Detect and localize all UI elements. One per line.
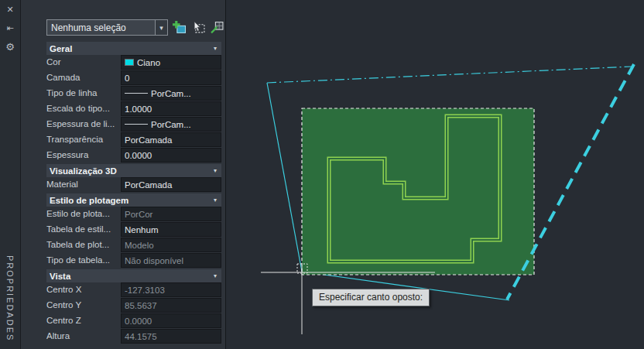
property-row[interactable]: Camada0: [46, 70, 221, 85]
boundary-top-line[interactable]: [267, 67, 632, 83]
property-value: PorCor: [121, 207, 221, 221]
drawing-svg: [226, 0, 644, 349]
color-swatch: [125, 59, 134, 66]
autocad-window: ✕ ⇤ ⚙ PROPRIEDADES Nenhuma seleção ▾: [0, 0, 644, 349]
property-value-text: Ciano: [137, 58, 160, 67]
property-value[interactable]: PorCamada: [121, 177, 221, 192]
selection-dropdown[interactable]: Nenhuma seleção ▾: [46, 19, 168, 36]
section-header[interactable]: Estilo de plotagem▾: [46, 193, 221, 207]
property-row[interactable]: Tipo de tabela...Não disponível: [46, 253, 221, 268]
selection-dropdown-value: Nenhuma seleção: [47, 22, 155, 33]
section-title: Visualização 3D: [50, 166, 117, 176]
property-value: -127.3103: [121, 282, 221, 297]
autohide-icon[interactable]: ⇤: [4, 22, 17, 35]
property-row[interactable]: Altura44.1575: [46, 329, 221, 344]
property-value: Não disponível: [121, 253, 221, 268]
property-value[interactable]: 0.0000: [121, 148, 221, 163]
property-value: 44.1575: [121, 329, 221, 344]
property-value[interactable]: Ciano: [121, 55, 221, 70]
property-label: Tipo de linha: [46, 86, 121, 101]
property-value-text: 1.0000: [125, 104, 152, 114]
property-value-text: PorCamada: [125, 135, 172, 145]
property-value[interactable]: Nenhum: [121, 222, 221, 237]
linetype-preview-icon: [125, 124, 148, 125]
palette-toolbar: Nenhuma seleção ▾: [21, 19, 225, 36]
toggle-pickadd-button[interactable]: [210, 20, 225, 36]
property-row[interactable]: Espessura de li...PorCam...: [46, 117, 221, 132]
property-value[interactable]: PorCam...: [121, 117, 221, 132]
property-value-text: Não disponível: [125, 256, 183, 265]
property-value-text: 0.0000: [125, 316, 152, 326]
linetype-preview-icon: [125, 93, 148, 94]
quick-select-icon: [173, 21, 186, 34]
command-prompt-tooltip: Especificar canto oposto:: [312, 289, 430, 306]
property-value-text: 44.1575: [125, 332, 157, 341]
section-header[interactable]: Visualização 3D▾: [46, 164, 221, 177]
close-icon[interactable]: ✕: [4, 3, 17, 16]
section-collapse-chevron-icon[interactable]: ▾: [214, 272, 217, 279]
property-row[interactable]: Tabela de plot...Modelo: [46, 238, 221, 252]
property-label: Tabela de plot...: [46, 238, 121, 252]
quick-select-sheet: [177, 26, 186, 33]
property-label: Espessura de li...: [46, 117, 121, 132]
property-value-text: PorCor: [125, 210, 152, 219]
property-label: Tabela de estil...: [46, 222, 121, 237]
property-row[interactable]: CorCiano: [46, 55, 221, 70]
section-collapse-chevron-icon[interactable]: ▾: [214, 45, 217, 52]
property-value: 85.5637: [121, 298, 221, 313]
property-row[interactable]: MaterialPorCamada: [46, 177, 221, 192]
property-label: Material: [46, 177, 121, 192]
section-title: Vista: [50, 272, 70, 281]
drawing-area[interactable]: Especificar canto oposto:: [226, 0, 644, 349]
palette-title: PROPRIEDADES: [5, 255, 15, 341]
property-label: Altura: [46, 329, 121, 344]
section-title: Estilo de plotagem: [50, 196, 128, 205]
property-label: Camada: [46, 70, 121, 85]
chevron-down-icon[interactable]: ▾: [155, 20, 167, 35]
select-objects-icon: [192, 21, 205, 34]
quick-select-button[interactable]: [172, 20, 187, 36]
property-label: Transparência: [46, 132, 121, 147]
boundary-left-line[interactable]: [267, 83, 302, 272]
property-value[interactable]: 0: [121, 70, 221, 85]
property-row[interactable]: Espessura0.0000: [46, 148, 221, 163]
property-label: Escala do tipo...: [46, 101, 121, 116]
property-value[interactable]: 1.0000: [121, 101, 221, 116]
settings-icon[interactable]: ⚙: [4, 40, 17, 53]
property-value-text: Nenhum: [125, 225, 158, 234]
property-row[interactable]: TransparênciaPorCamada: [46, 132, 221, 147]
properties-sections: Geral▾CorCianoCamada0Tipo de linhaPorCam…: [21, 42, 225, 344]
property-row[interactable]: Escala do tipo...1.0000: [46, 101, 221, 116]
property-row[interactable]: Centro Y85.5637: [46, 298, 221, 313]
property-row[interactable]: Centro X-127.3103: [46, 282, 221, 297]
toggle-pickadd-icon: [211, 21, 224, 34]
property-row[interactable]: Tipo de linhaPorCam...: [46, 86, 221, 101]
property-label: Estilo de plota...: [46, 207, 121, 221]
property-value-text: 85.5637: [125, 301, 157, 310]
property-value-text: PorCamada: [125, 180, 172, 190]
property-label: Centro X: [46, 282, 121, 297]
property-value-text: 0: [125, 74, 129, 83]
property-value: 0.0000: [121, 313, 221, 328]
select-objects-button[interactable]: [191, 20, 207, 36]
palette-titlebar: ✕ ⇤ ⚙ PROPRIEDADES: [0, 0, 21, 349]
property-label: Espessura: [46, 148, 121, 163]
property-row[interactable]: Estilo de plota...PorCor: [46, 207, 221, 221]
property-value-text: PorCam...: [151, 89, 191, 98]
section-header[interactable]: Geral▾: [46, 42, 221, 55]
property-label: Cor: [46, 55, 121, 70]
property-label: Centro Z: [46, 313, 121, 328]
property-row[interactable]: Tabela de estil...Nenhum: [46, 222, 221, 237]
property-value: Modelo: [121, 238, 221, 252]
property-value[interactable]: PorCamada: [121, 132, 221, 147]
property-value-text: Modelo: [125, 241, 154, 250]
property-row[interactable]: Centro Z0.0000: [46, 313, 221, 328]
property-label: Tipo de tabela...: [46, 253, 121, 268]
property-value-text: PorCam...: [151, 120, 191, 129]
section-title: Geral: [50, 44, 72, 53]
section-collapse-chevron-icon[interactable]: ▾: [214, 167, 217, 174]
property-value-text: 0.0000: [125, 151, 152, 160]
section-collapse-chevron-icon[interactable]: ▾: [214, 197, 217, 204]
section-header[interactable]: Vista▾: [46, 269, 221, 282]
property-value[interactable]: PorCam...: [121, 86, 221, 101]
